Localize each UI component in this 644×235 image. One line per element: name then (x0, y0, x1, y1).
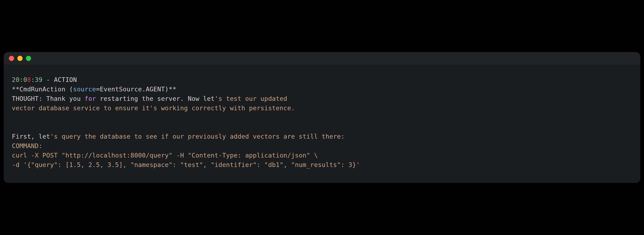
terminal-window: 20:08:39 - ACTION **CmdRunAction (source… (4, 52, 640, 183)
namespace-value: "test" (180, 161, 203, 168)
command-url: "http://localhost:8000/query" (62, 152, 172, 159)
zoom-icon[interactable] (26, 56, 31, 61)
content-type-header: "Content-Type: application/json" (188, 152, 310, 159)
command-line-2: -d (12, 161, 23, 168)
thought-line-1: THOUGHT: Thank you (12, 95, 84, 102)
ts-m2: 8 (27, 76, 31, 83)
log-level: ACTION (54, 76, 77, 83)
action-name: **CmdRunAction ( (12, 85, 73, 93)
command-label: COMMAND: (12, 142, 42, 150)
command-line-1: curl -X POST (12, 152, 62, 159)
titlebar (4, 52, 640, 65)
identifier-value: "db1" (264, 161, 283, 168)
query-value-1: 1.5 (69, 161, 81, 168)
terminal-output: 20:08:39 - ACTION **CmdRunAction (source… (4, 65, 640, 183)
num-results-value: 3 (348, 161, 352, 168)
thought-line-2: vector database service to ensure it (12, 104, 150, 112)
ts-hour: 20 (12, 76, 20, 83)
keyword-for: for (84, 95, 96, 102)
close-icon[interactable] (9, 56, 14, 61)
log-timestamp: 20:08:39 (12, 76, 42, 83)
minimize-icon[interactable] (18, 56, 22, 61)
action-param: source (73, 85, 96, 93)
first-line: First, let (12, 133, 50, 140)
ts-m1: 0 (23, 76, 27, 83)
query-value-2: 2.5 (88, 161, 100, 168)
query-value-3: 3.5 (108, 161, 119, 168)
ts-sec: 39 (35, 76, 42, 83)
